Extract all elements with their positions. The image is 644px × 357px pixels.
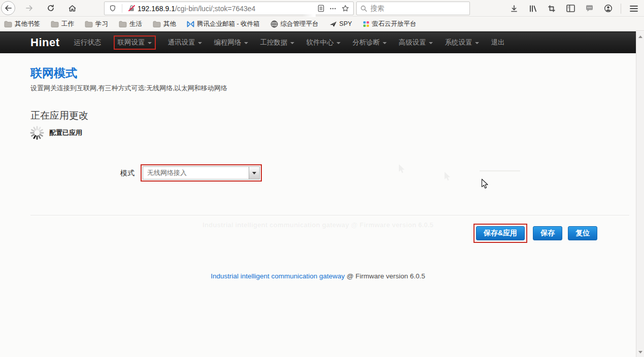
page-scrollbar[interactable] [636,31,644,357]
mode-select-dropdown-button[interactable] [249,167,259,179]
caret-down-icon [290,42,294,44]
home-button[interactable] [65,1,79,15]
reader-mode-icon[interactable] [315,3,327,15]
triangle-up-icon [638,35,642,38]
caret-down-icon [383,42,387,44]
reload-button[interactable] [44,1,58,15]
folder-icon [119,21,127,27]
page-description: 设置网关连接到互联网,有三种方式可选:无线网络,以太网和移动网络 [30,84,227,93]
section-divider [30,215,629,216]
app-logo[interactable]: Hinet [30,36,60,49]
nav-item-logout[interactable]: 退出 [491,38,505,47]
nav-label: 联网设置 [118,38,145,47]
browser-window: 192.168.9.1/cgi-bin/luci/;stok=7643e4 [0,0,644,357]
bookmark-label: 生活 [129,20,142,28]
nav-item-run-status[interactable]: 运行状态 [74,38,101,47]
bookmark-item-misc[interactable]: 其他 [153,20,176,28]
caret-down-icon [148,42,152,44]
bookmark-item-management-platform[interactable]: 综合管理平台 [270,20,319,28]
apply-status-text: 配置已应用 [49,128,82,137]
folder-icon [51,21,59,27]
save-button[interactable]: 保存 [533,226,562,240]
bookmark-item-work[interactable]: 工作 [51,20,74,28]
bookmark-item-life[interactable]: 生活 [119,20,142,28]
downloads-button[interactable] [508,2,520,16]
bookmark-item-other-bookmarks[interactable]: 其他书签 [4,20,40,28]
folder-icon [153,21,161,27]
footer-gateway-link[interactable]: Industrial intelligent communication gat… [211,272,345,280]
chat-bubble-icon [585,5,594,13]
caret-down-icon [429,42,433,44]
color-dots-icon [363,21,369,27]
mouse-cursor [481,178,489,189]
nav-item-programming-network[interactable]: 编程网络 [214,38,248,47]
chat-button[interactable] [583,2,595,16]
sidebar-button[interactable] [564,2,577,16]
bookmark-item-ezviz-platform[interactable]: 萤石云开放平台 [363,20,417,28]
account-icon [604,4,613,13]
nav-item-system-settings[interactable]: 系统设置 [445,38,479,47]
scrollbar-down-button[interactable] [636,348,644,356]
caret-down-icon [475,42,479,44]
nav-label: 运行状态 [74,38,101,47]
browser-toolbar: 192.168.9.1/cgi-bin/luci/;stok=7643e4 [0,0,644,17]
download-icon [510,5,518,13]
nav-item-analysis-diagnosis[interactable]: 分析诊断 [353,38,387,47]
nav-item-comm-settings[interactable]: 通讯设置 [168,38,202,47]
bookmark-label: 其他书签 [15,20,40,28]
search-input[interactable] [370,5,452,12]
bookmark-item-spy[interactable]: SPY [329,20,352,27]
back-arrow-icon [4,4,12,12]
bookmark-item-tencent-mail[interactable]: 腾讯企业邮箱 - 收件箱 [187,20,260,28]
caret-down-icon [198,42,202,44]
account-button[interactable] [602,2,614,16]
url-path: /cgi-bin/luci/;stok=7643e4 [175,5,255,13]
loading-spinner-icon [29,125,45,140]
url-bar[interactable]: 192.168.9.1/cgi-bin/luci/;stok=7643e4 [104,2,354,15]
nav-item-advanced-settings[interactable]: 高级设置 [399,38,433,47]
nav-label: 分析诊断 [353,38,380,47]
nav-label: 通讯设置 [168,38,195,47]
nav-label: 工控数据 [260,38,288,47]
folder-icon [4,21,12,27]
sidebar-icon [566,5,575,12]
scrollbar-up-button[interactable] [636,32,644,41]
library-icon [529,5,537,13]
tencent-mail-icon [187,21,194,27]
nav-label: 系统设置 [445,38,472,47]
mode-label: 模式 [91,169,134,178]
search-box[interactable] [356,2,470,15]
bookmark-label: 其他 [163,20,176,28]
url-host: 192.168.9.1 [138,5,175,13]
triangle-down-icon [638,351,642,353]
bookmark-star-icon[interactable] [339,3,351,15]
back-button[interactable] [1,1,15,15]
nav-item-industrial-data[interactable]: 工控数据 [260,38,294,47]
folder-icon [85,21,93,27]
globe-icon [270,20,278,28]
tracking-shield-icon[interactable] [107,3,119,15]
reload-icon [47,4,55,12]
bookmark-label: SPY [340,20,352,27]
caret-down-icon [336,42,341,44]
nav-item-network-settings[interactable]: 联网设置 [114,35,156,50]
bookmark-label: 腾讯企业邮箱 - 收件箱 [197,20,260,28]
page-footer: Industrial intelligent communication gat… [0,272,636,280]
screenshot-button[interactable] [546,2,558,16]
screenshot-icon [548,5,556,13]
menu-button[interactable] [628,2,640,16]
forward-button[interactable] [22,1,37,15]
bookmark-label: 综合管理平台 [281,20,319,28]
footer-firmware-version: @ Firmware version 6.0.5 [345,272,425,280]
mode-select[interactable]: 无线网络接入 [143,166,260,180]
toolbar-separator [621,4,621,14]
nav-item-software-center[interactable]: 软件中心 [307,38,341,47]
save-apply-button[interactable]: 保存&应用 [476,226,525,240]
insecure-lock-icon[interactable] [125,3,138,15]
library-button[interactable] [527,2,539,16]
bookmark-item-study[interactable]: 学习 [85,20,108,28]
reset-button[interactable]: 复位 [568,226,597,240]
bookmarks-bar: 其他书签 工作 学习 生活 其他 腾讯企业邮箱 - 收件箱 综合管理平台 SP [0,17,644,31]
page-actions-icon[interactable] [327,3,339,15]
urlbar-separator [122,4,122,13]
